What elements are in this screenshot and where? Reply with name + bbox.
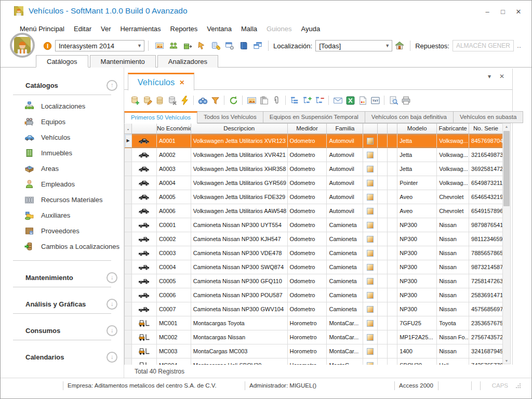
- row-selector[interactable]: ▶: [125, 330, 132, 344]
- sidebar-item-vehiculos[interactable]: Vehículos: [1, 129, 124, 145]
- table-row[interactable]: ▶ A0002 Volkswagen Jetta Utilitarios XVR…: [125, 148, 502, 162]
- maximize-button[interactable]: □: [499, 8, 507, 16]
- table-row[interactable]: ▶ MC004 Montacargas Heli SBOV30 Horometr…: [125, 358, 502, 365]
- subtab-subasta[interactable]: Vehículos en subasta: [454, 111, 523, 123]
- tree-remove-icon[interactable]: [313, 95, 326, 106]
- menu-reportes[interactable]: Reportes: [166, 23, 203, 35]
- excel-export-icon[interactable]: [344, 95, 356, 106]
- expand-down-icon[interactable]: ↓: [107, 299, 117, 310]
- row-selector[interactable]: ▶: [125, 288, 132, 302]
- table-row[interactable]: ▶ MC001 Montacargas Toyota Horometro Mon…: [125, 316, 502, 330]
- sidebar-section-calendarios[interactable]: Calendarios ↓: [1, 350, 124, 364]
- mail-icon[interactable]: [331, 95, 344, 106]
- menu-ayuda[interactable]: Ayuda: [296, 23, 325, 35]
- row-selector[interactable]: ▶: [125, 134, 132, 148]
- delete-record-icon[interactable]: [166, 95, 178, 106]
- sidebar-item-empleados[interactable]: Empleados: [1, 176, 124, 192]
- paste-icon[interactable]: [258, 95, 270, 106]
- execute-icon[interactable]: [178, 95, 191, 106]
- row-selector[interactable]: ▶: [125, 246, 132, 260]
- calculator-icon[interactable]: [210, 40, 221, 51]
- row-selector[interactable]: ▶: [125, 162, 132, 176]
- row-selector[interactable]: ▶: [125, 302, 132, 316]
- document-tab-vehiculos[interactable]: Vehículos ✕: [128, 73, 194, 90]
- row-selector[interactable]: ▶: [125, 232, 132, 246]
- repuestos-field[interactable]: [453, 40, 514, 51]
- row-selector[interactable]: ▶: [125, 218, 132, 232]
- scrollbar-thumb[interactable]: [503, 131, 510, 206]
- table-row[interactable]: ▶ C0001 Camioneta Nissan NP300 UYT554 Od…: [125, 218, 502, 232]
- row-selector[interactable]: ▶: [125, 358, 132, 365]
- subtab-suspension[interactable]: Equipos en Suspensión Temporal: [263, 111, 365, 123]
- data-icon[interactable]: [153, 95, 166, 106]
- sidebar-item-equipos[interactable]: Equipos: [1, 114, 124, 129]
- tree-add-icon[interactable]: [301, 95, 313, 106]
- table-row[interactable]: ▶ C0005 Camioneta Nissan NP300 GFQ110 Od…: [125, 274, 502, 288]
- sidebar-item-cambios-localizaciones[interactable]: Cambios a Localizaciones: [1, 238, 124, 254]
- menu-herramientas[interactable]: Herramientas: [115, 23, 165, 35]
- sidebar-section-analisis[interactable]: Análisis y Gráficas ↓: [1, 297, 124, 311]
- sidebar-item-localizaciones[interactable]: Localizaciones: [1, 98, 124, 114]
- minimize-button[interactable]: –: [484, 8, 491, 16]
- table-row[interactable]: ▶ A0006 Volkswagen Jetta Utilitarios AAW…: [125, 204, 502, 218]
- expand-down-icon[interactable]: ↓: [107, 352, 117, 363]
- filter-icon[interactable]: [209, 95, 221, 106]
- menu-editar[interactable]: Editar: [69, 23, 96, 35]
- vertical-scrollbar[interactable]: ▲ ▼: [502, 123, 511, 364]
- scroll-down-icon[interactable]: ▼: [503, 359, 510, 363]
- package-icon[interactable]: [182, 40, 193, 51]
- users-icon[interactable]: [168, 40, 179, 51]
- menu-malla[interactable]: Malla: [236, 23, 262, 35]
- tree-list-icon[interactable]: [288, 95, 301, 106]
- txt-export-icon[interactable]: TXT: [369, 95, 381, 106]
- expand-down-icon[interactable]: ↓: [107, 272, 117, 283]
- binoculars-icon[interactable]: [196, 95, 209, 106]
- sidebar-item-recursos-materiales[interactable]: Recursos Materiales: [1, 192, 124, 207]
- table-row[interactable]: ▶ A0003 Volkswagen Jetta Utilitarios XHR…: [125, 162, 502, 176]
- print-icon[interactable]: [400, 95, 412, 106]
- row-selector[interactable]: ▶: [125, 176, 132, 190]
- pointer-icon[interactable]: [196, 40, 207, 51]
- browse-button[interactable]: ‥: [517, 42, 522, 49]
- menu-ver[interactable]: Ver: [96, 23, 116, 35]
- close-button[interactable]: ✕: [515, 8, 522, 16]
- row-selector[interactable]: ▶: [125, 274, 132, 288]
- row-selector[interactable]: ▶: [125, 190, 132, 204]
- add-record-icon[interactable]: [128, 95, 141, 106]
- column-header-no-economico[interactable]: No Económico: [157, 124, 191, 134]
- row-selector[interactable]: ▶: [125, 148, 132, 162]
- tab-catalogos[interactable]: Catálogos: [36, 55, 88, 68]
- column-header-pic[interactable]: [363, 124, 378, 134]
- resize-grip[interactable]: [515, 383, 521, 389]
- print-preview-icon[interactable]: [387, 95, 400, 106]
- sidebar-section-mantenimiento[interactable]: Mantenimiento ↓: [1, 270, 124, 285]
- localizacion-combo[interactable]: [Todas] ▼: [315, 40, 392, 51]
- refresh-icon[interactable]: [227, 95, 240, 106]
- column-header-icon[interactable]: [132, 124, 157, 134]
- column-header-descripcion[interactable]: Descripcion: [191, 124, 288, 134]
- sidebar-item-inmuebles[interactable]: Inmuebles: [1, 145, 124, 161]
- column-header-fabricante[interactable]: Fabricante: [437, 124, 469, 134]
- column-header-familia[interactable]: Familia: [327, 124, 363, 134]
- menu-ventana[interactable]: Ventana: [202, 23, 236, 35]
- picture-icon[interactable]: [154, 40, 165, 51]
- tab-mantenimiento[interactable]: Mantenimiento: [90, 55, 156, 68]
- table-row[interactable]: ▶ MC002 Montacargas Nissan Horometro Mon…: [125, 330, 502, 344]
- table-row[interactable]: ▶ A0001 Volkswagen Jetta Utilitarios XVR…: [125, 134, 502, 148]
- row-selector[interactable]: ▶: [125, 204, 132, 218]
- book-icon[interactable]: [238, 40, 249, 51]
- table-row[interactable]: ▶ A0005 Volkswagen Jetta Utilitarios FDE…: [125, 190, 502, 204]
- subtab-todos[interactable]: Todos los Vehículos: [197, 111, 263, 123]
- sidebar-item-proveedores[interactable]: Proveedores: [1, 223, 124, 238]
- collapse-up-icon[interactable]: ↑: [107, 80, 117, 91]
- windows-copy-icon[interactable]: [252, 40, 263, 51]
- tab-analizadores[interactable]: Analizadores: [157, 55, 218, 68]
- table-row[interactable]: ▶ C0007 Camioneta Nissan NP300 GWV104 Od…: [125, 302, 502, 316]
- close-tab-icon[interactable]: ✕: [179, 79, 184, 86]
- table-row[interactable]: ▶ C0004 Camioneta Nissan NP300 SWQ874 Od…: [125, 260, 502, 274]
- column-header-extra2[interactable]: [388, 124, 397, 134]
- table-row[interactable]: ▶ MC003 MontaCargas MC003 Horometro Mont…: [125, 344, 502, 358]
- row-selector[interactable]: ▶: [125, 316, 132, 330]
- table-row[interactable]: ▶ C0003 Camioneta Nissan NP300 VDE478 Od…: [125, 246, 502, 260]
- color-document-icon[interactable]: [356, 95, 369, 106]
